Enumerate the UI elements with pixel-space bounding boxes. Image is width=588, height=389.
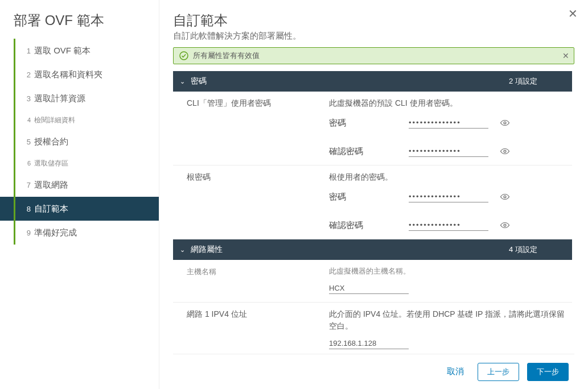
back-button[interactable]: 上一步: [478, 363, 519, 381]
hostname-desc: 此虛擬機器的主機名稱。: [329, 266, 565, 277]
step-customize[interactable]: 8 自訂範本: [0, 197, 159, 221]
cli-admin-label: CLI「管理」使用者密碼: [187, 97, 329, 159]
cli-admin-password-input[interactable]: [409, 117, 488, 129]
eye-icon[interactable]: [500, 146, 510, 156]
page-title: 自訂範本: [173, 11, 574, 30]
svg-point-4: [504, 224, 506, 226]
eye-icon[interactable]: [500, 192, 510, 202]
step-review-details[interactable]: 4 檢閱詳細資料: [0, 110, 159, 130]
ipv4-label: 網路 1 IPV4 位址: [187, 308, 329, 351]
alert-text: 所有屬性皆有有效值: [193, 51, 260, 61]
root-label: 根密碼: [187, 171, 329, 233]
svg-point-3: [504, 196, 506, 198]
confirm-password-label: 確認密碼: [329, 220, 409, 231]
check-circle-icon: [179, 51, 188, 60]
section-password-title: 密碼: [191, 76, 207, 86]
wizard-steps: 1 選取 OVF 範本 2 選取名稱和資料夾 3 選取計算資源 4 檢閱詳細資料…: [0, 39, 159, 245]
section-password-count: 2 項設定: [509, 76, 537, 86]
step-compute[interactable]: 3 選取計算資源: [0, 86, 159, 110]
hostname-input[interactable]: [329, 283, 409, 294]
ipv4-desc: 此介面的 IPV4 位址。若使用 DHCP 基礎 IP 指派，請將此選項保留空白…: [329, 308, 565, 332]
chevron-down-icon: ⌄: [180, 246, 185, 254]
step-storage[interactable]: 6 選取儲存區: [0, 154, 159, 173]
section-network-count: 4 項設定: [509, 245, 537, 255]
root-desc: 根使用者的密碼。: [329, 171, 565, 183]
row-hostname: 主機名稱 此虛擬機器的主機名稱。: [173, 260, 572, 303]
cli-admin-desc: 此虛擬機器的預設 CLI 使用者密碼。: [329, 97, 565, 109]
row-cli-admin-password: CLI「管理」使用者密碼 此虛擬機器的預設 CLI 使用者密碼。 密碼 確認密碼: [173, 92, 572, 165]
validation-alert: 所有屬性皆有有效值 ✕: [173, 47, 574, 64]
page-subtitle: 自訂此軟體解決方案的部署屬性。: [173, 31, 574, 42]
root-password-input[interactable]: [409, 191, 488, 202]
close-icon[interactable]: ✕: [568, 7, 578, 20]
row-ipv4: 網路 1 IPV4 位址 此介面的 IPV4 位址。若使用 DHCP 基礎 IP…: [173, 303, 572, 354]
section-network-header[interactable]: ⌄ 網路屬性 4 項設定: [173, 239, 572, 260]
cancel-button[interactable]: 取消: [441, 363, 470, 380]
chevron-down-icon: ⌄: [180, 78, 185, 85]
step-name-folder[interactable]: 2 選取名稱和資料夾: [0, 63, 159, 86]
section-password-header[interactable]: ⌄ 密碼 2 項設定: [173, 71, 572, 92]
section-network-title: 網路屬性: [191, 245, 223, 255]
step-license[interactable]: 5 授權合約: [0, 130, 159, 154]
svg-point-2: [504, 150, 506, 152]
svg-point-1: [504, 122, 506, 124]
ipv4-input[interactable]: [329, 338, 409, 349]
hostname-label: 主機名稱: [187, 266, 329, 296]
eye-icon[interactable]: [500, 220, 510, 230]
eye-icon[interactable]: [500, 118, 510, 128]
root-confirm-input[interactable]: [409, 220, 488, 231]
cli-admin-confirm-input[interactable]: [409, 146, 488, 157]
form-area[interactable]: ⌄ 密碼 2 項設定 CLI「管理」使用者密碼 此虛擬機器的預設 CLI 使用者…: [173, 71, 574, 354]
alert-close-icon[interactable]: ✕: [562, 51, 569, 60]
wizard-title: 部署 OVF 範本: [0, 11, 159, 39]
password-label: 密碼: [329, 192, 409, 202]
row-root-password: 根密碼 根使用者的密碼。 密碼 確認密碼: [173, 165, 572, 239]
step-ready[interactable]: 9 準備好完成: [0, 221, 159, 245]
next-button[interactable]: 下一步: [527, 363, 569, 381]
wizard-sidebar: 部署 OVF 範本 1 選取 OVF 範本 2 選取名稱和資料夾 3 選取計算資…: [0, 0, 159, 389]
step-select-ovf[interactable]: 1 選取 OVF 範本: [0, 39, 159, 63]
step-network[interactable]: 7 選取網路: [0, 173, 159, 197]
password-label: 密碼: [329, 118, 409, 129]
footer: 取消 上一步 下一步: [173, 354, 574, 389]
confirm-password-label: 確認密碼: [329, 146, 409, 157]
